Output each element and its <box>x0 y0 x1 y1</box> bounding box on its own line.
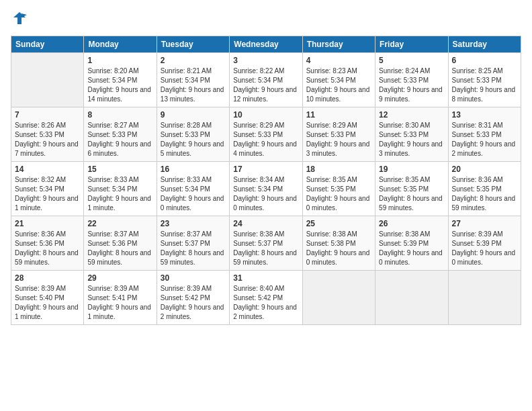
calendar-cell: 11 Sunrise: 8:29 AM Sunset: 5:33 PM Dayl… <box>302 107 375 162</box>
calendar-cell <box>375 271 448 325</box>
day-number: 4 <box>306 56 371 65</box>
day-number: 6 <box>452 56 517 65</box>
daylight-label: Daylight: 9 hours and 12 minutes. <box>233 86 297 103</box>
sunrise-label: Sunrise: 8:21 AM <box>161 67 212 75</box>
daylight-label: Daylight: 9 hours and 0 minutes. <box>379 249 443 266</box>
page-header <box>11 11 521 29</box>
sunrise-label: Sunrise: 8:20 AM <box>87 67 138 75</box>
calendar-table: SundayMondayTuesdayWednesdayThursdayFrid… <box>11 36 521 325</box>
daylight-label: Daylight: 9 hours and 3 minutes. <box>306 140 370 157</box>
sunrise-label: Sunrise: 8:24 AM <box>379 67 430 75</box>
day-number: 19 <box>379 165 444 174</box>
calendar-cell: 25 Sunrise: 8:38 AM Sunset: 5:38 PM Dayl… <box>302 216 375 271</box>
cell-info: Sunrise: 8:38 AM Sunset: 5:38 PM Dayligh… <box>306 230 371 267</box>
day-number: 5 <box>379 56 444 65</box>
svg-marker-0 <box>13 12 26 24</box>
cell-info: Sunrise: 8:25 AM Sunset: 5:33 PM Dayligh… <box>452 66 517 104</box>
sunset-label: Sunset: 5:39 PM <box>379 240 429 247</box>
sunrise-label: Sunrise: 8:32 AM <box>15 176 66 183</box>
cell-info: Sunrise: 8:39 AM Sunset: 5:42 PM Dayligh… <box>161 284 226 322</box>
sunrise-label: Sunrise: 8:27 AM <box>87 122 138 129</box>
calendar-week-5: 28 Sunrise: 8:39 AM Sunset: 5:40 PM Dayl… <box>11 271 521 325</box>
day-number: 2 <box>161 56 226 65</box>
day-number: 3 <box>233 56 298 65</box>
day-number: 14 <box>15 165 80 174</box>
sunrise-label: Sunrise: 8:25 AM <box>452 67 503 75</box>
sunrise-label: Sunrise: 8:40 AM <box>233 285 284 292</box>
daylight-label: Daylight: 9 hours and 7 minutes. <box>15 140 79 157</box>
cell-info: Sunrise: 8:39 AM Sunset: 5:39 PM Dayligh… <box>452 230 517 267</box>
sunset-label: Sunset: 5:36 PM <box>87 240 137 247</box>
weekday-header-saturday: Saturday <box>448 36 521 53</box>
calendar-week-2: 7 Sunrise: 8:26 AM Sunset: 5:33 PM Dayli… <box>11 107 521 162</box>
sunset-label: Sunset: 5:33 PM <box>379 77 429 84</box>
calendar-cell: 3 Sunrise: 8:22 AM Sunset: 5:34 PM Dayli… <box>230 53 302 107</box>
sunrise-label: Sunrise: 8:30 AM <box>379 122 430 129</box>
sunset-label: Sunset: 5:33 PM <box>306 131 356 138</box>
sunset-label: Sunset: 5:33 PM <box>87 131 137 138</box>
logo <box>11 11 27 29</box>
daylight-label: Daylight: 9 hours and 2 minutes. <box>452 140 516 157</box>
daylight-label: Daylight: 9 hours and 8 minutes. <box>452 86 516 103</box>
calendar-cell: 8 Sunrise: 8:27 AM Sunset: 5:33 PM Dayli… <box>84 107 157 162</box>
cell-info: Sunrise: 8:36 AM Sunset: 5:35 PM Dayligh… <box>452 175 517 213</box>
day-number: 30 <box>161 273 226 283</box>
cell-info: Sunrise: 8:30 AM Sunset: 5:33 PM Dayligh… <box>379 121 444 158</box>
sunset-label: Sunset: 5:34 PM <box>233 77 283 84</box>
logo-text <box>11 11 27 29</box>
calendar-cell: 12 Sunrise: 8:30 AM Sunset: 5:33 PM Dayl… <box>375 107 448 162</box>
daylight-label: Daylight: 9 hours and 5 minutes. <box>161 140 224 157</box>
sunset-label: Sunset: 5:33 PM <box>233 131 283 138</box>
weekday-header-tuesday: Tuesday <box>157 36 229 53</box>
calendar-week-4: 21 Sunrise: 8:36 AM Sunset: 5:36 PM Dayl… <box>11 216 521 271</box>
sunset-label: Sunset: 5:41 PM <box>87 294 137 302</box>
day-number: 25 <box>306 219 371 228</box>
calendar-cell: 2 Sunrise: 8:21 AM Sunset: 5:34 PM Dayli… <box>157 53 229 107</box>
weekday-header-row: SundayMondayTuesdayWednesdayThursdayFrid… <box>11 36 521 53</box>
daylight-label: Daylight: 9 hours and 2 minutes. <box>233 304 297 320</box>
sunset-label: Sunset: 5:34 PM <box>87 77 137 84</box>
weekday-header-friday: Friday <box>375 36 448 53</box>
cell-info: Sunrise: 8:23 AM Sunset: 5:34 PM Dayligh… <box>306 66 371 104</box>
sunset-label: Sunset: 5:37 PM <box>233 240 283 247</box>
calendar-cell: 30 Sunrise: 8:39 AM Sunset: 5:42 PM Dayl… <box>157 271 229 325</box>
calendar-cell: 15 Sunrise: 8:33 AM Sunset: 5:34 PM Dayl… <box>84 162 157 216</box>
logo-bird-icon <box>12 11 27 26</box>
sunrise-label: Sunrise: 8:38 AM <box>233 230 284 238</box>
cell-info: Sunrise: 8:35 AM Sunset: 5:35 PM Dayligh… <box>379 175 444 213</box>
day-number: 10 <box>233 110 298 120</box>
sunrise-label: Sunrise: 8:26 AM <box>15 122 66 129</box>
cell-info: Sunrise: 8:33 AM Sunset: 5:34 PM Dayligh… <box>161 175 226 213</box>
daylight-label: Daylight: 9 hours and 10 minutes. <box>306 86 370 103</box>
day-number: 11 <box>306 110 371 120</box>
weekday-header-wednesday: Wednesday <box>230 36 302 53</box>
calendar-cell: 26 Sunrise: 8:38 AM Sunset: 5:39 PM Dayl… <box>375 216 448 271</box>
calendar-cell: 31 Sunrise: 8:40 AM Sunset: 5:42 PM Dayl… <box>230 271 302 325</box>
cell-info: Sunrise: 8:32 AM Sunset: 5:34 PM Dayligh… <box>15 175 80 213</box>
cell-info: Sunrise: 8:36 AM Sunset: 5:36 PM Dayligh… <box>15 230 80 267</box>
daylight-label: Daylight: 8 hours and 59 minutes. <box>87 249 151 266</box>
daylight-label: Daylight: 8 hours and 59 minutes. <box>15 249 79 266</box>
calendar-cell: 20 Sunrise: 8:36 AM Sunset: 5:35 PM Dayl… <box>448 162 521 216</box>
cell-info: Sunrise: 8:27 AM Sunset: 5:33 PM Dayligh… <box>87 121 152 158</box>
cell-info: Sunrise: 8:34 AM Sunset: 5:34 PM Dayligh… <box>233 175 298 213</box>
cell-info: Sunrise: 8:24 AM Sunset: 5:33 PM Dayligh… <box>379 66 444 104</box>
calendar-cell: 9 Sunrise: 8:28 AM Sunset: 5:33 PM Dayli… <box>157 107 229 162</box>
calendar-cell: 29 Sunrise: 8:39 AM Sunset: 5:41 PM Dayl… <box>84 271 157 325</box>
sunrise-label: Sunrise: 8:28 AM <box>161 122 212 129</box>
calendar-cell: 7 Sunrise: 8:26 AM Sunset: 5:33 PM Dayli… <box>11 107 84 162</box>
sunrise-label: Sunrise: 8:37 AM <box>161 230 212 238</box>
sunset-label: Sunset: 5:34 PM <box>306 77 356 84</box>
daylight-label: Daylight: 8 hours and 59 minutes. <box>452 195 516 212</box>
cell-info: Sunrise: 8:37 AM Sunset: 5:37 PM Dayligh… <box>161 230 226 267</box>
calendar-cell: 16 Sunrise: 8:33 AM Sunset: 5:34 PM Dayl… <box>157 162 229 216</box>
calendar-cell: 4 Sunrise: 8:23 AM Sunset: 5:34 PM Dayli… <box>302 53 375 107</box>
daylight-label: Daylight: 8 hours and 59 minutes. <box>161 249 224 266</box>
calendar-week-3: 14 Sunrise: 8:32 AM Sunset: 5:34 PM Dayl… <box>11 162 521 216</box>
sunrise-label: Sunrise: 8:39 AM <box>15 285 66 292</box>
day-number: 7 <box>15 110 80 120</box>
daylight-label: Daylight: 8 hours and 59 minutes. <box>379 195 443 212</box>
day-number: 12 <box>379 110 444 120</box>
cell-info: Sunrise: 8:29 AM Sunset: 5:33 PM Dayligh… <box>233 121 298 158</box>
cell-info: Sunrise: 8:35 AM Sunset: 5:35 PM Dayligh… <box>306 175 371 213</box>
